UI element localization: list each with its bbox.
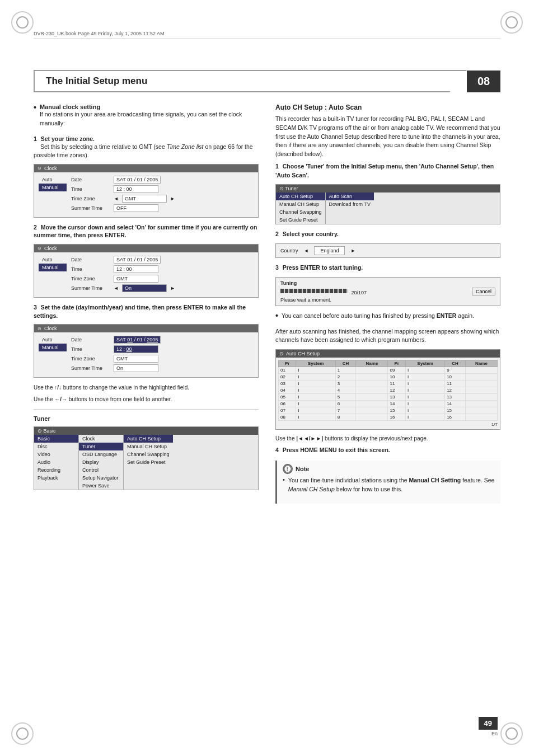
clock-item[interactable]: Clock	[79, 435, 123, 443]
control-item[interactable]: Control	[79, 466, 123, 474]
step3-label: Set the date (day/month/year) and time, …	[34, 304, 246, 319]
col-name1: Name	[356, 360, 388, 367]
channel-swapping-item[interactable]: Channel Swapping	[124, 450, 173, 458]
clock2-time-row: Time 12 : 00	[71, 265, 254, 273]
clock-tz-row: Time Zone ◄ GMT ►	[71, 195, 254, 203]
clock-st-row: Summer Time OFF	[71, 204, 254, 212]
clock-screen1-body: Auto Manual Date SAT 01 / 01 / 2005 Time…	[34, 172, 258, 217]
manual-ch-setup-item[interactable]: Manual CH Setup	[124, 443, 173, 450]
note-bullet-dot: •	[283, 476, 285, 497]
tuner-menu-titlebar: ⊙ Tuner	[276, 185, 500, 192]
right-step1-label: Choose 'Tuner' from the Initial Setup me…	[275, 163, 494, 179]
note-text: You can fine-tune individual stations us…	[288, 476, 495, 494]
country-arrow-left[interactable]: ◄	[304, 248, 309, 253]
clock-time-row: Time 12 : 00	[71, 185, 254, 193]
clock3-date-label: Date	[71, 337, 110, 342]
tuner-guide-preset-item[interactable]: Set Guide Preset	[276, 216, 325, 224]
clock2-st-arrow-right: ►	[170, 285, 175, 291]
cancel-bullet-text: You can cancel before auto tuning has fi…	[282, 312, 474, 321]
chapter-header: The Initial Setup menu 08	[34, 70, 500, 92]
cancel-bullet: • You can cancel before auto tuning has …	[275, 312, 500, 324]
step1-body: Set this by selecting a time relative to…	[34, 143, 253, 158]
video-item[interactable]: Video	[34, 450, 78, 458]
footer: 49 En	[479, 717, 498, 736]
auto-ch-setup-title: Auto CH Setup : Auto Scan	[275, 104, 500, 111]
main-content: • Manual clock setting If no stations in…	[34, 104, 500, 504]
left-column: • Manual clock setting If no stations in…	[34, 104, 259, 504]
clock3-manual-item[interactable]: Manual	[39, 344, 67, 351]
clock3-date-val: SAT 01 / 01 / 2005	[114, 336, 161, 344]
tuner-item[interactable]: Tuner	[79, 443, 123, 450]
step3-num: 3	[34, 304, 37, 311]
tuner-auto-scan-item[interactable]: Auto Scan	[326, 192, 374, 200]
step2-text: 2 Move the cursor down and select 'On' f…	[34, 223, 259, 240]
country-arrow-right[interactable]: ►	[350, 248, 355, 253]
clock-st-label: Summer Time	[71, 205, 110, 211]
clock3-st-val: On	[114, 364, 158, 372]
clock2-st-val: On	[122, 284, 167, 292]
clock-tz-arrow-right: ►	[170, 196, 175, 201]
auto-ch-setup-item[interactable]: Auto CH Setup	[124, 435, 173, 443]
step2-num: 2	[34, 224, 37, 231]
tuner-download-item[interactable]: Download from TV	[326, 200, 374, 208]
recording-item[interactable]: Recording	[34, 466, 78, 474]
clock3-auto-item[interactable]: Auto	[39, 336, 67, 344]
basic-menu-col1: Basic Disc Video Audio Recording Playbac…	[34, 435, 79, 490]
clock3-time-label: Time	[71, 346, 110, 352]
clock2-auto-item[interactable]: Auto	[39, 256, 67, 264]
clock-screen3-title: Clock	[44, 326, 57, 331]
power-save-item[interactable]: Power Save	[79, 482, 123, 490]
disc-item[interactable]: Disc	[34, 443, 78, 450]
right-step4-block: 4 Press HOME MENU to exit this screen.	[275, 446, 500, 455]
tuner-ch-swap-item[interactable]: Channel Swapping	[276, 208, 325, 216]
manual-clock-intro: If no stations in your area are broadcas…	[40, 110, 259, 128]
tuner-manual-ch-item[interactable]: Manual CH Setup	[276, 200, 325, 208]
clock-manual-item[interactable]: Manual	[39, 184, 67, 191]
chapter-title: The Initial Setup menu	[34, 70, 467, 92]
clock2-time-label: Time	[71, 266, 110, 272]
tuning-wait-text: Please wait a moment.	[280, 297, 495, 303]
audio-item[interactable]: Audio	[34, 458, 78, 466]
table-row: 06I614I14	[279, 401, 498, 407]
clock2-tz-label: Time Zone	[71, 276, 110, 281]
clock-date-val: SAT 01 / 01 / 2005	[114, 176, 161, 184]
top-bar: DVR-230_UK.book Page 49 Friday, July 1, …	[34, 31, 500, 39]
set-guide-preset-item[interactable]: Set Guide Preset	[124, 458, 173, 466]
right-column: Auto CH Setup : Auto Scan This recorder …	[275, 104, 500, 504]
right-step2-block: 2 Select your country. Country ◄ England…	[275, 230, 500, 258]
col-ch2: CH	[445, 360, 466, 367]
right-step2-label: Select your country.	[283, 231, 339, 237]
playback-item[interactable]: Playback	[34, 474, 78, 482]
clock-screen2-body: Auto Manual Date SAT 01 / 01 / 2005 Time…	[34, 252, 258, 297]
table-row: 03I311I11	[279, 381, 498, 387]
osd-language-item[interactable]: OSD Language	[79, 450, 123, 458]
setup-navigator-item[interactable]: Setup Navigator	[79, 474, 123, 482]
tuning-row: 20/107 Cancel	[280, 288, 495, 295]
clock-auto-item[interactable]: Auto	[39, 176, 67, 184]
tuner-menu-title: Tuner	[285, 186, 298, 191]
basic-item[interactable]: Basic	[34, 435, 78, 443]
cancel-button[interactable]: Cancel	[472, 288, 495, 295]
clock-screen2-title: Clock	[44, 246, 57, 251]
step2-label: Move the cursor down and select 'On' for…	[34, 224, 257, 239]
clock2-manual-item[interactable]: Manual	[39, 264, 67, 271]
clock-screen-3: ⊙ Clock Auto Manual Date SAT 01 / 01 / 2…	[34, 324, 259, 378]
cancel-bullet-dot: •	[275, 312, 278, 324]
note-svg-icon	[284, 464, 292, 474]
use-buttons-text: Use the |◄◄/►►| buttons to display the p…	[275, 434, 500, 443]
tuner-auto-ch-item[interactable]: Auto CH Setup	[276, 192, 325, 200]
col-name2: Name	[465, 360, 497, 367]
step1-text: 1 Set your time zone. Set this by select…	[34, 135, 259, 159]
clock-screen1-title: Clock	[44, 166, 57, 171]
top-bar-text: DVR-230_UK.book Page 49 Friday, July 1, …	[34, 31, 164, 36]
col-sys1: System	[296, 360, 335, 367]
use-arrows-text2: Use the ←/→ buttons to move from one fie…	[34, 395, 259, 403]
svg-point-0	[284, 466, 291, 472]
clock2-date-val: SAT 01 / 01 / 2005	[114, 256, 161, 264]
display-item[interactable]: Display	[79, 458, 123, 466]
clock2-date-label: Date	[71, 257, 110, 262]
corner-decoration-br	[500, 722, 523, 745]
after-scan-text: After auto scanning has finished, the ch…	[275, 327, 500, 345]
clock-st-val: OFF	[114, 204, 158, 212]
right-step2-num: 2	[275, 231, 279, 237]
